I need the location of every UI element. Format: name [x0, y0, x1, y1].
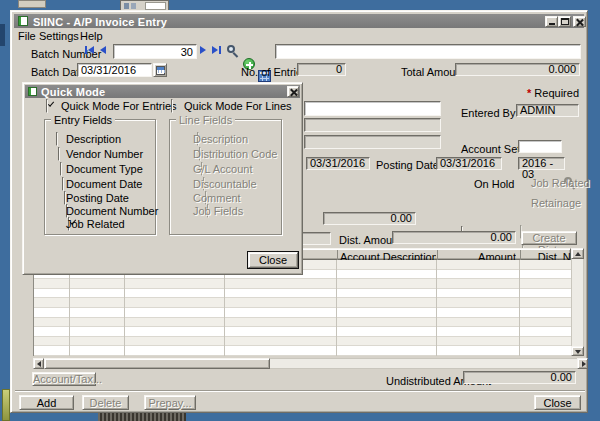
scroll-down-button[interactable]	[571, 346, 584, 356]
table-row[interactable]	[34, 308, 571, 318]
quick-mode-close-label: Close	[259, 254, 287, 266]
background-window-fragment	[18, 0, 46, 8]
batch-finder-button[interactable]	[227, 45, 240, 58]
entry-job-related-label: Job Related	[66, 218, 125, 230]
header-separator	[337, 250, 338, 260]
account-tax-button[interactable]: Account/Tax...	[32, 372, 96, 386]
check-icon	[48, 100, 54, 106]
minimize-button[interactable]	[545, 16, 558, 27]
quick-mode-dialog: Quick Mode Quick Mode For Entries Quick …	[22, 82, 303, 275]
document-number-input[interactable]	[304, 101, 441, 116]
prepay-button[interactable]: Prepay...	[144, 395, 196, 410]
delete-label: Delete	[90, 397, 122, 409]
add-label: Add	[37, 397, 57, 409]
line-job-fields-label: Job Fields	[193, 205, 243, 217]
quick-mode-titlebar[interactable]: Quick Mode	[25, 85, 300, 98]
line-discountable-label: Discountable	[193, 178, 257, 190]
batch-date-calendar-button[interactable]	[153, 63, 167, 77]
body-separator	[519, 260, 520, 356]
scroll-left-button[interactable]	[33, 358, 44, 369]
maximize-icon	[561, 18, 569, 25]
entry-document-date-label: Document Date	[66, 178, 142, 190]
posting-date-field[interactable]: 03/31/2016	[436, 157, 502, 170]
fragment-icon	[131, 3, 136, 9]
undistributed-amount-field: 0.00	[463, 371, 576, 384]
delete-button[interactable]: Delete	[82, 395, 129, 410]
first-batch-button[interactable]	[85, 46, 94, 54]
line-distribution-code-label: Distribution Code	[193, 148, 277, 160]
next-batch-button[interactable]	[200, 46, 206, 54]
last-batch-button[interactable]	[212, 46, 221, 54]
account-set-label: Account Set	[461, 143, 520, 155]
first-icon-arrow	[88, 46, 94, 54]
quick-mode-icon	[28, 87, 37, 96]
menu-file[interactable]: File	[18, 30, 36, 42]
retainage-label: Retainage	[531, 197, 581, 209]
quick-mode-lines-checkbox[interactable]	[171, 99, 173, 113]
arrow-right-icon	[582, 361, 586, 367]
quick-mode-entries-checkbox[interactable]	[46, 99, 48, 113]
previous-icon	[100, 46, 106, 54]
arrow-left-icon	[37, 361, 41, 367]
table-row[interactable]	[34, 346, 571, 356]
minimize-icon	[549, 18, 555, 25]
document-date-field[interactable]: 03/31/2016	[306, 157, 370, 170]
account-tax-label: Account/Tax...	[33, 373, 102, 385]
body-separator	[336, 260, 337, 356]
table-row[interactable]	[34, 318, 571, 328]
last-icon	[212, 46, 218, 54]
entry-vendor-number-label: Vendor Number	[66, 148, 143, 160]
window-title: SIINC - A/P Invoice Entry	[33, 16, 167, 28]
menu-help[interactable]: Help	[80, 30, 103, 42]
create-dist-button[interactable]: Create Dist.	[521, 231, 577, 245]
entry-fields-legend: Entry Fields	[51, 114, 115, 126]
document-field-3	[304, 135, 441, 149]
fragment-panel	[145, 2, 166, 10]
table-row[interactable]	[34, 279, 571, 289]
entry-document-number-label: Document Number	[66, 205, 158, 217]
quick-mode-close-x-button[interactable]	[287, 86, 299, 97]
posting-date-label: Posting Date	[376, 159, 439, 171]
table-row[interactable]	[34, 289, 571, 299]
taskbar-fragment-left	[2, 389, 10, 421]
table-row[interactable]	[34, 327, 571, 337]
close-button[interactable]: Close	[534, 395, 581, 410]
entry-document-type-checkbox[interactable]	[60, 162, 62, 176]
entry-description-checkbox[interactable]	[56, 132, 58, 146]
fragment-icon	[124, 3, 129, 9]
scroll-up-button[interactable]	[571, 248, 584, 259]
hscroll-thumb[interactable]	[44, 358, 270, 369]
batch-description-input[interactable]	[275, 44, 581, 59]
menubar: File Settings Help	[14, 28, 584, 42]
required-note: * Required	[504, 87, 579, 99]
line-gl-account-label: G/L Account	[193, 163, 253, 175]
table-vscrollbar[interactable]	[571, 248, 584, 356]
batch-date-input[interactable]	[77, 63, 152, 77]
add-button[interactable]: Add	[19, 395, 74, 410]
account-set-field[interactable]	[518, 140, 562, 153]
entered-by-field: ADMIN	[516, 104, 579, 117]
scroll-right-button[interactable]	[577, 358, 588, 369]
maximize-button[interactable]	[558, 16, 571, 27]
fiscal-period-field: 2016 - 03	[518, 157, 565, 170]
close-window-button[interactable]	[573, 16, 586, 27]
line-fields-legend: Line Fields	[176, 114, 235, 126]
document-field-2	[304, 118, 441, 132]
entry-document-date-checkbox[interactable]	[62, 177, 64, 191]
required-star: *	[527, 87, 531, 99]
tax-amount-field: 0.00	[323, 212, 416, 225]
entry-description-label: Description	[66, 133, 121, 145]
table-row[interactable]	[34, 298, 571, 308]
body-separator	[436, 260, 437, 356]
entries-field: 0	[297, 63, 346, 76]
table-row[interactable]	[34, 337, 571, 347]
quick-mode-close-button[interactable]: Close	[248, 252, 298, 268]
last-icon-bar	[219, 46, 221, 54]
entry-vendor-number-checkbox[interactable]	[58, 147, 60, 161]
menu-settings[interactable]: Settings	[39, 30, 79, 42]
first-icon	[85, 46, 87, 54]
job-related-label: Job Related	[531, 177, 590, 189]
main-titlebar[interactable]: SIINC - A/P Invoice Entry	[14, 14, 584, 28]
previous-batch-button[interactable]	[100, 46, 106, 54]
batch-number-input[interactable]	[113, 44, 197, 59]
